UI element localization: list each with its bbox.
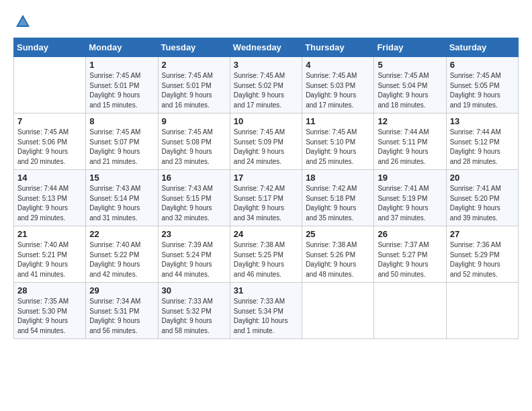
calendar-cell: 25Sunrise: 7:38 AM Sunset: 5:26 PM Dayli…: [302, 226, 374, 283]
weekday-header-sunday: Sunday: [14, 38, 86, 57]
logo-icon: [13, 12, 32, 31]
calendar-cell: 31Sunrise: 7:33 AM Sunset: 5:34 PM Dayli…: [230, 283, 302, 339]
calendar-cell: 14Sunrise: 7:44 AM Sunset: 5:13 PM Dayli…: [14, 170, 86, 226]
calendar-cell: 30Sunrise: 7:33 AM Sunset: 5:32 PM Dayli…: [158, 283, 230, 339]
day-number: 19: [378, 173, 442, 183]
header: [13, 12, 519, 31]
weekday-header-tuesday: Tuesday: [158, 38, 230, 57]
day-number: 17: [234, 173, 298, 183]
day-number: 21: [17, 229, 82, 239]
cell-info: Sunrise: 7:42 AM Sunset: 5:18 PM Dayligh…: [306, 184, 370, 223]
day-number: 27: [450, 229, 515, 239]
cell-info: Sunrise: 7:33 AM Sunset: 5:32 PM Dayligh…: [162, 297, 226, 336]
cell-info: Sunrise: 7:40 AM Sunset: 5:22 PM Dayligh…: [89, 240, 154, 279]
cell-info: Sunrise: 7:45 AM Sunset: 5:10 PM Dayligh…: [306, 128, 370, 167]
week-row-1: 1Sunrise: 7:45 AM Sunset: 5:01 PM Daylig…: [14, 57, 519, 113]
calendar-cell: 3Sunrise: 7:45 AM Sunset: 5:02 PM Daylig…: [230, 57, 302, 113]
day-number: 12: [378, 116, 442, 126]
cell-info: Sunrise: 7:45 AM Sunset: 5:01 PM Dayligh…: [162, 71, 226, 110]
day-number: 24: [234, 229, 298, 239]
cell-info: Sunrise: 7:45 AM Sunset: 5:03 PM Dayligh…: [306, 71, 370, 110]
calendar-cell: 17Sunrise: 7:42 AM Sunset: 5:17 PM Dayli…: [230, 170, 302, 226]
weekday-header-row: SundayMondayTuesdayWednesdayThursdayFrid…: [14, 38, 519, 57]
day-number: 6: [450, 60, 515, 70]
day-number: 5: [378, 60, 442, 70]
calendar-cell: 5Sunrise: 7:45 AM Sunset: 5:04 PM Daylig…: [374, 57, 446, 113]
cell-info: Sunrise: 7:45 AM Sunset: 5:07 PM Dayligh…: [89, 128, 154, 167]
calendar-cell: 7Sunrise: 7:45 AM Sunset: 5:06 PM Daylig…: [14, 113, 86, 170]
calendar-cell: 20Sunrise: 7:41 AM Sunset: 5:20 PM Dayli…: [446, 170, 518, 226]
day-number: 8: [89, 116, 154, 126]
calendar-cell: 22Sunrise: 7:40 AM Sunset: 5:22 PM Dayli…: [86, 226, 158, 283]
calendar-cell: 21Sunrise: 7:40 AM Sunset: 5:21 PM Dayli…: [14, 226, 86, 283]
calendar-cell: [14, 57, 86, 113]
cell-info: Sunrise: 7:37 AM Sunset: 5:27 PM Dayligh…: [378, 240, 442, 279]
calendar-cell: 26Sunrise: 7:37 AM Sunset: 5:27 PM Dayli…: [374, 226, 446, 283]
calendar-cell: 6Sunrise: 7:45 AM Sunset: 5:05 PM Daylig…: [446, 57, 518, 113]
calendar-cell: 12Sunrise: 7:44 AM Sunset: 5:11 PM Dayli…: [374, 113, 446, 170]
cell-info: Sunrise: 7:39 AM Sunset: 5:24 PM Dayligh…: [162, 240, 226, 279]
cell-info: Sunrise: 7:44 AM Sunset: 5:13 PM Dayligh…: [17, 184, 82, 223]
cell-info: Sunrise: 7:45 AM Sunset: 5:08 PM Dayligh…: [162, 128, 226, 167]
cell-info: Sunrise: 7:34 AM Sunset: 5:31 PM Dayligh…: [89, 297, 154, 336]
day-number: 22: [89, 229, 154, 239]
day-number: 20: [450, 173, 515, 183]
cell-info: Sunrise: 7:45 AM Sunset: 5:05 PM Dayligh…: [450, 71, 515, 110]
cell-info: Sunrise: 7:44 AM Sunset: 5:12 PM Dayligh…: [450, 128, 515, 167]
week-row-4: 21Sunrise: 7:40 AM Sunset: 5:21 PM Dayli…: [14, 226, 519, 283]
weekday-header-wednesday: Wednesday: [230, 38, 302, 57]
day-number: 14: [17, 173, 82, 183]
cell-info: Sunrise: 7:36 AM Sunset: 5:29 PM Dayligh…: [450, 240, 515, 279]
cell-info: Sunrise: 7:38 AM Sunset: 5:25 PM Dayligh…: [234, 240, 298, 279]
cell-info: Sunrise: 7:45 AM Sunset: 5:01 PM Dayligh…: [89, 71, 154, 110]
calendar-cell: 15Sunrise: 7:43 AM Sunset: 5:14 PM Dayli…: [86, 170, 158, 226]
week-row-3: 14Sunrise: 7:44 AM Sunset: 5:13 PM Dayli…: [14, 170, 519, 226]
weekday-header-saturday: Saturday: [446, 38, 518, 57]
cell-info: Sunrise: 7:45 AM Sunset: 5:09 PM Dayligh…: [234, 128, 298, 167]
cell-info: Sunrise: 7:35 AM Sunset: 5:30 PM Dayligh…: [17, 297, 82, 336]
calendar-cell: 29Sunrise: 7:34 AM Sunset: 5:31 PM Dayli…: [86, 283, 158, 339]
cell-info: Sunrise: 7:38 AM Sunset: 5:26 PM Dayligh…: [306, 240, 370, 279]
day-number: 26: [378, 229, 442, 239]
calendar-cell: [446, 283, 518, 339]
calendar-cell: 2Sunrise: 7:45 AM Sunset: 5:01 PM Daylig…: [158, 57, 230, 113]
cell-info: Sunrise: 7:43 AM Sunset: 5:14 PM Dayligh…: [89, 184, 154, 223]
day-number: 29: [89, 285, 154, 295]
calendar-cell: 24Sunrise: 7:38 AM Sunset: 5:25 PM Dayli…: [230, 226, 302, 283]
calendar-cell: 28Sunrise: 7:35 AM Sunset: 5:30 PM Dayli…: [14, 283, 86, 339]
cell-info: Sunrise: 7:40 AM Sunset: 5:21 PM Dayligh…: [17, 240, 82, 279]
calendar-cell: [374, 283, 446, 339]
logo: [13, 12, 35, 31]
day-number: 31: [234, 285, 298, 295]
cell-info: Sunrise: 7:43 AM Sunset: 5:15 PM Dayligh…: [162, 184, 226, 223]
calendar-cell: 13Sunrise: 7:44 AM Sunset: 5:12 PM Dayli…: [446, 113, 518, 170]
cell-info: Sunrise: 7:33 AM Sunset: 5:34 PM Dayligh…: [234, 297, 298, 336]
day-number: 15: [89, 173, 154, 183]
week-row-2: 7Sunrise: 7:45 AM Sunset: 5:06 PM Daylig…: [14, 113, 519, 170]
page: SundayMondayTuesdayWednesdayThursdayFrid…: [0, 0, 532, 411]
cell-info: Sunrise: 7:45 AM Sunset: 5:02 PM Dayligh…: [234, 71, 298, 110]
day-number: 10: [234, 116, 298, 126]
day-number: 18: [306, 173, 370, 183]
day-number: 30: [162, 285, 226, 295]
day-number: 4: [306, 60, 370, 70]
calendar-cell: 16Sunrise: 7:43 AM Sunset: 5:15 PM Dayli…: [158, 170, 230, 226]
weekday-header-thursday: Thursday: [302, 38, 374, 57]
cell-info: Sunrise: 7:42 AM Sunset: 5:17 PM Dayligh…: [234, 184, 298, 223]
calendar-table: SundayMondayTuesdayWednesdayThursdayFrid…: [13, 38, 519, 339]
weekday-header-monday: Monday: [86, 38, 158, 57]
calendar-cell: 4Sunrise: 7:45 AM Sunset: 5:03 PM Daylig…: [302, 57, 374, 113]
day-number: 1: [89, 60, 154, 70]
day-number: 7: [17, 116, 82, 126]
calendar-cell: 9Sunrise: 7:45 AM Sunset: 5:08 PM Daylig…: [158, 113, 230, 170]
calendar-cell: 27Sunrise: 7:36 AM Sunset: 5:29 PM Dayli…: [446, 226, 518, 283]
day-number: 16: [162, 173, 226, 183]
calendar-cell: 10Sunrise: 7:45 AM Sunset: 5:09 PM Dayli…: [230, 113, 302, 170]
day-number: 23: [162, 229, 226, 239]
calendar-cell: 19Sunrise: 7:41 AM Sunset: 5:19 PM Dayli…: [374, 170, 446, 226]
cell-info: Sunrise: 7:45 AM Sunset: 5:06 PM Dayligh…: [17, 128, 82, 167]
cell-info: Sunrise: 7:41 AM Sunset: 5:19 PM Dayligh…: [378, 184, 442, 223]
cell-info: Sunrise: 7:44 AM Sunset: 5:11 PM Dayligh…: [378, 128, 442, 167]
calendar-cell: 8Sunrise: 7:45 AM Sunset: 5:07 PM Daylig…: [86, 113, 158, 170]
day-number: 2: [162, 60, 226, 70]
